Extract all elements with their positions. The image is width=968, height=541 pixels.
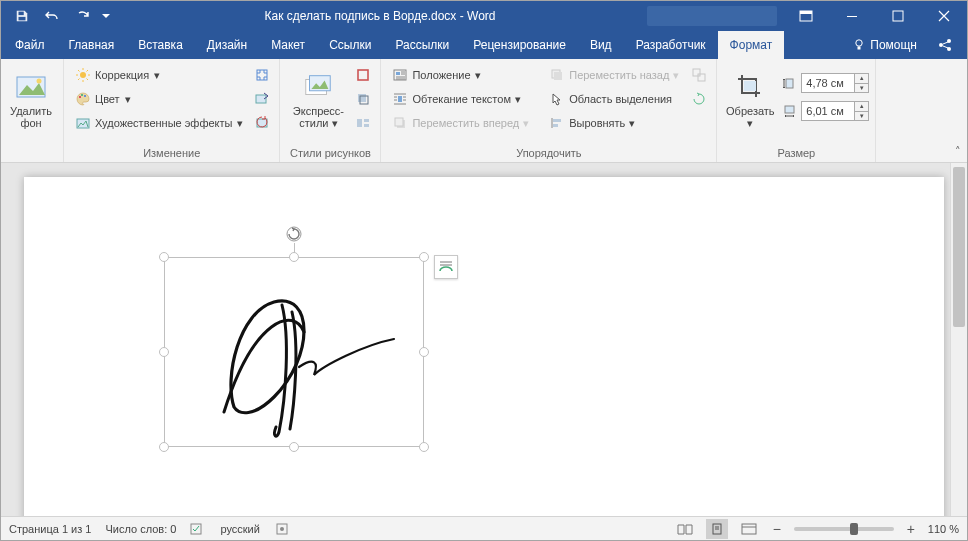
height-input[interactable]: 4,78 см [801, 73, 855, 93]
close-button[interactable] [921, 1, 967, 31]
height-up[interactable]: ▲ [855, 74, 868, 84]
border-icon [356, 68, 370, 82]
tell-me-search[interactable]: Помощн [844, 38, 925, 52]
vertical-scrollbar[interactable] [950, 163, 967, 516]
zoom-level[interactable]: 110 % [928, 523, 959, 535]
tab-developer[interactable]: Разработчик [624, 31, 718, 59]
forward-icon [392, 115, 408, 131]
remove-bg-label2: фон [20, 117, 41, 129]
group-adjust-label: Изменение [70, 145, 273, 162]
position-button[interactable]: Положение▾ [387, 64, 536, 86]
remove-background-button[interactable]: Удалитьфон [5, 62, 57, 138]
resize-handle-w[interactable] [159, 347, 169, 357]
resize-handle-nw[interactable] [159, 252, 169, 262]
resize-handle-sw[interactable] [159, 442, 169, 452]
group-picture-styles: Экспресс-стили ▾ Стили рисунков [280, 59, 381, 162]
undo-button[interactable] [39, 3, 65, 29]
compress-pictures-button[interactable] [251, 64, 273, 86]
tab-layout[interactable]: Макет [259, 31, 317, 59]
svg-rect-63 [785, 106, 794, 113]
status-word-count[interactable]: Число слов: 0 [105, 523, 176, 535]
qat-customize-button[interactable] [99, 3, 113, 29]
share-button[interactable] [929, 38, 961, 52]
picture-border-button[interactable] [352, 64, 374, 86]
user-account-area[interactable] [647, 6, 777, 26]
tab-insert[interactable]: Вставка [126, 31, 195, 59]
svg-rect-59 [693, 69, 700, 76]
spellcheck-icon[interactable] [190, 521, 206, 537]
ribbon-display-options-button[interactable] [783, 1, 829, 31]
remove-bg-icon [15, 73, 47, 101]
picture-layout-button[interactable] [352, 112, 374, 134]
width-down[interactable]: ▼ [855, 112, 868, 121]
height-down[interactable]: ▼ [855, 84, 868, 93]
width-input[interactable]: 6,01 см [801, 101, 855, 121]
svg-rect-58 [553, 124, 558, 127]
rotate-button[interactable] [688, 88, 710, 110]
lightbulb-icon [852, 38, 866, 52]
svg-rect-60 [698, 74, 705, 81]
tab-file[interactable]: Файл [3, 31, 57, 59]
zoom-slider[interactable] [794, 527, 894, 531]
group-icon [692, 68, 706, 82]
tab-view[interactable]: Вид [578, 31, 624, 59]
resize-handle-n[interactable] [289, 252, 299, 262]
group-objects-button[interactable] [688, 64, 710, 86]
picture-effects-button[interactable] [352, 88, 374, 110]
chevron-down-icon: ▾ [475, 69, 483, 82]
color-button[interactable]: Цвет▾ [70, 88, 249, 110]
change-picture-button[interactable] [251, 88, 273, 110]
tab-format[interactable]: Формат [718, 31, 785, 59]
redo-button[interactable] [69, 3, 95, 29]
selection-pane-button[interactable]: Область выделения [544, 88, 686, 110]
chevron-down-icon [102, 12, 110, 20]
page[interactable] [24, 177, 944, 516]
reset-picture-button[interactable] [251, 112, 273, 134]
document-area [1, 163, 967, 516]
brightness-icon [75, 67, 91, 83]
scrollbar-thumb[interactable] [953, 167, 965, 327]
crop-button[interactable]: Обрезать▾ [723, 62, 777, 138]
picture-styles-button[interactable]: Экспресс-стили ▾ [286, 62, 350, 138]
selected-picture[interactable] [164, 257, 424, 447]
web-layout-button[interactable] [738, 519, 760, 539]
minimize-button[interactable] [829, 1, 875, 31]
svg-rect-33 [358, 70, 368, 80]
resize-handle-e[interactable] [419, 347, 429, 357]
tab-design[interactable]: Дизайн [195, 31, 259, 59]
resize-handle-se[interactable] [419, 442, 429, 452]
align-button[interactable]: Выровнять▾ [544, 112, 686, 134]
width-up[interactable]: ▲ [855, 102, 868, 112]
reset-icon [255, 116, 269, 130]
compress-icon [255, 68, 269, 82]
read-mode-button[interactable] [674, 519, 696, 539]
tab-references[interactable]: Ссылки [317, 31, 383, 59]
signature-image [164, 257, 424, 447]
maximize-button[interactable] [875, 1, 921, 31]
zoom-slider-thumb[interactable] [850, 523, 858, 535]
zoom-in-button[interactable]: + [904, 521, 918, 537]
close-icon [938, 10, 950, 22]
wrap-text-button[interactable]: Обтекание текстом▾ [387, 88, 536, 110]
group-arrange: Положение▾ Обтекание текстом▾ Переместит… [381, 59, 717, 162]
svg-rect-36 [357, 119, 362, 127]
print-layout-button[interactable] [706, 519, 728, 539]
zoom-out-button[interactable]: − [770, 521, 784, 537]
group-size: Обрезать▾ 4,78 см▲▼ 6,01 см▲▼ Размер [717, 59, 876, 162]
macro-recording-icon[interactable] [274, 521, 290, 537]
resize-handle-s[interactable] [289, 442, 299, 452]
resize-handle-ne[interactable] [419, 252, 429, 262]
tab-review[interactable]: Рецензирование [461, 31, 578, 59]
artistic-effects-button[interactable]: Художественные эффекты▾ [70, 112, 249, 134]
tab-mailings[interactable]: Рассылки [383, 31, 461, 59]
status-page[interactable]: Страница 1 из 1 [9, 523, 91, 535]
status-language[interactable]: русский [220, 523, 259, 535]
share-icon [937, 38, 953, 52]
backward-label: Переместить назад [569, 69, 669, 81]
save-button[interactable] [9, 3, 35, 29]
collapse-ribbon-button[interactable]: ˄ [955, 145, 961, 158]
layout-options-button[interactable] [434, 255, 458, 279]
tab-home[interactable]: Главная [57, 31, 127, 59]
rotate-handle[interactable] [285, 225, 303, 243]
corrections-button[interactable]: Коррекция▾ [70, 64, 249, 86]
